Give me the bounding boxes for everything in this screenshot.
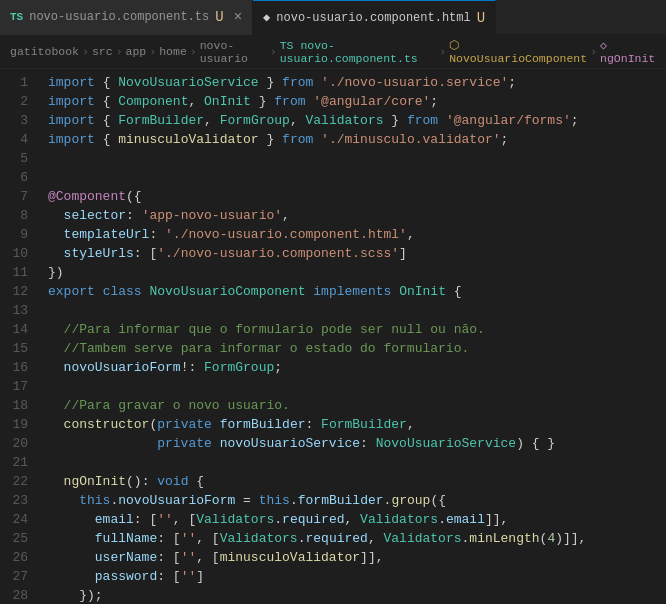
crumb-gatitobook: gatitobook — [10, 45, 79, 58]
line-22: ngOnInit(): void { — [48, 472, 666, 491]
crumb-method: ◇ ngOnInit — [600, 38, 656, 65]
ts-tab[interactable]: TS novo-usuario.component.ts U × — [0, 0, 253, 35]
line-27: password: [''] — [48, 567, 666, 586]
line-8: selector: 'app-novo-usuario', — [48, 206, 666, 225]
ln-23: 23 — [0, 491, 28, 510]
ln-24: 24 — [0, 510, 28, 529]
ln-4: 4 — [0, 130, 28, 149]
ln-10: 10 — [0, 244, 28, 263]
line-20: private novoUsuarioService: NovoUsuarioS… — [48, 434, 666, 453]
ln-26: 26 — [0, 548, 28, 567]
ln-16: 16 — [0, 358, 28, 377]
ln-19: 19 — [0, 415, 28, 434]
line-17 — [48, 377, 666, 396]
line-6 — [48, 168, 666, 187]
crumb-app: app — [126, 45, 147, 58]
ln-21: 21 — [0, 453, 28, 472]
ln-11: 11 — [0, 263, 28, 282]
line-25: fullName: ['', [Validators.required, Val… — [48, 529, 666, 548]
crumb-novo-usuario: novo-usuario — [200, 39, 267, 65]
code-area: import { NovoUsuarioService } from './no… — [38, 69, 666, 604]
line-2: import { Component, OnInit } from '@angu… — [48, 92, 666, 111]
line-4: import { minusculoValidator } from './mi… — [48, 130, 666, 149]
ln-22: 22 — [0, 472, 28, 491]
ln-18: 18 — [0, 396, 28, 415]
line-12: export class NovoUsuarioComponent implem… — [48, 282, 666, 301]
line-9: templateUrl: './novo-usuario.component.h… — [48, 225, 666, 244]
ln-1: 1 — [0, 73, 28, 92]
ln-12: 12 — [0, 282, 28, 301]
ln-15: 15 — [0, 339, 28, 358]
editor: 1 2 3 4 5 6 7 8 9 10 11 12 13 14 15 16 1… — [0, 69, 666, 604]
ln-27: 27 — [0, 567, 28, 586]
ln-14: 14 — [0, 320, 28, 339]
line-26: userName: ['', [minusculoValidator]], — [48, 548, 666, 567]
ts-modified: U — [215, 9, 223, 25]
line-numbers: 1 2 3 4 5 6 7 8 9 10 11 12 13 14 15 16 1… — [0, 69, 38, 604]
line-15: //Tambem serve para informar o estado do… — [48, 339, 666, 358]
crumb-ts-file: TS novo-usuario.component.ts — [280, 39, 437, 65]
line-28: }); — [48, 586, 666, 604]
html-filename: novo-usuario.component.html — [276, 11, 470, 25]
ts-filename: novo-usuario.component.ts — [29, 10, 209, 24]
line-7: @Component({ — [48, 187, 666, 206]
line-10: styleUrls: ['./novo-usuario.component.sc… — [48, 244, 666, 263]
ts-close-icon[interactable]: × — [234, 9, 242, 25]
line-11: }) — [48, 263, 666, 282]
html-tab-icon: ◆ — [263, 10, 270, 25]
ln-2: 2 — [0, 92, 28, 111]
crumb-home: home — [159, 45, 187, 58]
line-23: this.novoUsuarioForm = this.formBuilder.… — [48, 491, 666, 510]
ln-28: 28 — [0, 586, 28, 604]
line-1: import { NovoUsuarioService } from './no… — [48, 73, 666, 92]
line-3: import { FormBuilder, FormGroup, Validat… — [48, 111, 666, 130]
line-19: constructor(private formBuilder: FormBui… — [48, 415, 666, 434]
ln-3: 3 — [0, 111, 28, 130]
line-14: //Para informar que o formulario pode se… — [48, 320, 666, 339]
ln-25: 25 — [0, 529, 28, 548]
line-21 — [48, 453, 666, 472]
ts-label: TS — [10, 11, 23, 23]
html-modified: U — [477, 10, 485, 26]
line-18: //Para gravar o novo usuario. — [48, 396, 666, 415]
ln-8: 8 — [0, 206, 28, 225]
line-24: email: ['', [Validators.required, Valida… — [48, 510, 666, 529]
ln-17: 17 — [0, 377, 28, 396]
ln-5: 5 — [0, 149, 28, 168]
ln-9: 9 — [0, 225, 28, 244]
ln-13: 13 — [0, 301, 28, 320]
ln-6: 6 — [0, 168, 28, 187]
line-13 — [48, 301, 666, 320]
crumb-src: src — [92, 45, 113, 58]
tab-bar: TS novo-usuario.component.ts U × ◆ novo-… — [0, 0, 666, 35]
html-tab[interactable]: ◆ novo-usuario.component.html U — [253, 0, 496, 35]
line-5 — [48, 149, 666, 168]
breadcrumb: gatitobook › src › app › home › novo-usu… — [0, 35, 666, 69]
crumb-class: ⬡ NovoUsuarioComponent — [449, 38, 587, 65]
line-16: novoUsuarioForm!: FormGroup; — [48, 358, 666, 377]
ln-20: 20 — [0, 434, 28, 453]
ln-7: 7 — [0, 187, 28, 206]
